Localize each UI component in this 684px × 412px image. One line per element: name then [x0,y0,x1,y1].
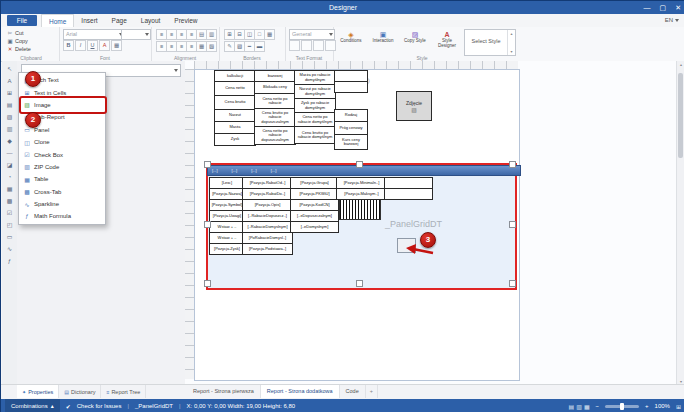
sparkline-icon[interactable]: ∿ [4,244,15,254]
alignment-button-11[interactable]: ▧ [206,41,217,52]
language-label: EN [665,14,673,27]
report-page[interactable] [194,69,520,381]
delete-icon: ✕ [7,46,13,52]
panel-tab-dictionary[interactable]: ▤Dictionary [59,385,101,398]
font-style-button-2[interactable]: U [87,40,98,51]
panel-icon[interactable]: ▭ [4,232,15,242]
delete-button[interactable]: ✕Delete [7,45,31,53]
scrollbar-thumb[interactable] [678,73,683,158]
scroll-up-icon[interactable]: ▴ [677,62,684,67]
text-icon[interactable]: A [4,76,15,86]
menu-item-cross-tab[interactable]: ▩Cross-Tab [19,186,105,198]
menu-item-math-formula[interactable]: ƒMath Formula [19,210,105,222]
format-button-0[interactable] [289,40,300,51]
conditions-button[interactable]: ◈Conditions [336,29,366,56]
copy-style-button[interactable]: ▨Copy Style [400,29,430,56]
selected-component-name: _PanelGridDT [135,403,173,409]
font-style-button-3[interactable]: A [99,40,110,51]
gallery-scroll-arrows[interactable]: ▴▾ [507,30,515,55]
gauge-icon[interactable]: ◔ [4,172,15,182]
label: Interaction [372,39,393,44]
zoom-out-button[interactable]: − [596,403,600,409]
add-page-tab[interactable]: + [366,385,378,398]
menu-item-check-box[interactable]: ☑Check Box [19,148,105,160]
label: Report Tree [111,389,140,395]
borders-group: ⊞⊟◫□▦✎▨━▬ Borders [219,27,286,61]
alignment-group: ≡≡≡≡▤▥≡≡≡≡▦▧ Alignment [151,27,220,61]
maximize-icon[interactable]: ▢ [660,4,667,12]
font-family-value: Arial [66,31,77,37]
font-style-button-1[interactable]: I [75,40,86,51]
scroll-up-icon[interactable]: ▴ [510,31,512,36]
cut-label: Cut [15,30,24,36]
ribbon-tabs: HomeInsertPageLayoutPreview [41,14,204,27]
format-button-1[interactable] [301,40,312,51]
minimize-icon[interactable]: — [644,4,651,11]
properties-icon: ✦ [22,389,26,395]
report-tab[interactable]: Report - Strona dodatkowa [261,385,340,398]
barcode-icon[interactable]: ▥ [4,124,15,134]
sub-report-icon[interactable]: ◰ [4,220,15,230]
ribbon-tab-row: File HomeInsertPageLayoutPreview EN [1,14,684,28]
font-size-combo[interactable] [121,29,151,40]
tab-layout[interactable]: Layout [134,14,168,27]
line-icon[interactable]: — [4,148,15,158]
select-style-gallery[interactable]: Select Style▴▾ [464,29,516,56]
border-button-8[interactable]: ▬ [254,41,265,52]
font-family-combo[interactable]: Arial [63,29,125,40]
cross-tab-icon[interactable]: ▩ [4,196,15,206]
language-selector[interactable]: EN [665,14,679,27]
panel-tab-properties[interactable]: ✦Properties [17,385,59,398]
table-icon[interactable]: ▦ [4,184,15,194]
report-tab[interactable]: Report - Strona pierwsza [187,385,261,398]
vertical-scrollbar[interactable]: ▴ ▾ [676,61,684,385]
style-group: ◈Conditions▣Interaction▨Copy StyleAStyle… [333,27,511,61]
combinations-button[interactable]: Combinations ▴ [5,399,60,412]
style-designer-button[interactable]: AStyle Designer [432,29,462,56]
rich-text-icon[interactable]: ▤ [4,100,15,110]
font-style-button-4[interactable]: ▦ [111,40,122,51]
text-in-cells-icon[interactable]: ⊞ [4,88,15,98]
panel-tab-report-tree[interactable]: ≡Report Tree [101,385,146,398]
shape-icon[interactable]: ◆ [4,136,15,146]
cross-tab-icon: ▩ [23,188,31,195]
pointer-icon[interactable]: ↖ [4,64,15,74]
scissors-icon: ✂ [7,30,13,36]
zoom-slider[interactable] [605,405,639,408]
check-box-icon[interactable]: ☑ [4,208,15,218]
file-tab[interactable]: File [7,15,37,26]
tab-page[interactable]: Page [105,14,134,27]
menu-item-label: Clone [34,139,50,145]
menu-item-zip-code[interactable]: ▥ZIP Code [19,161,105,173]
menu-item-clone[interactable]: ◫Clone [19,136,105,148]
image-icon[interactable]: ▨ [4,112,15,122]
view-mode-icon-1[interactable]: ▥ [576,403,582,410]
math-formula-icon[interactable]: ƒ [4,256,15,266]
zoom-in-button[interactable]: + [645,403,649,409]
close-icon[interactable]: ✕ [675,4,681,12]
view-mode-icon-2[interactable]: ▦ [584,403,590,410]
alignment-button-5[interactable]: ▥ [206,29,217,40]
scroll-down-icon[interactable]: ▾ [510,49,512,54]
chart-icon[interactable]: ◪ [4,160,15,170]
view-mode-icon-0[interactable]: ▤ [569,403,575,410]
interaction-button[interactable]: ▣Interaction [368,29,398,56]
format-button-2[interactable] [313,40,324,51]
zoom-slider-knob[interactable] [620,403,624,410]
tab-insert[interactable]: Insert [74,14,104,27]
page-grid-icon[interactable]: ⊞ [676,403,681,410]
window-title: Designer [1,1,684,14]
tab-preview[interactable]: Preview [167,14,204,27]
border-button-4[interactable]: ▦ [264,29,275,40]
separator: | [127,403,129,409]
menu-item-sparkline[interactable]: ∿Sparkline [19,198,105,210]
menu-item-label: ZIP Code [34,164,59,170]
font-style-button-0[interactable]: B [63,40,74,51]
copy-icon: ▣ [7,38,13,44]
copy-button[interactable]: ▣Copy [7,37,31,45]
check-for-issues-button[interactable]: Check for Issues [77,403,122,409]
report-tab[interactable]: Code [340,385,366,398]
number-format-combo[interactable]: General [289,29,335,40]
cut-button[interactable]: ✂Cut [7,29,31,37]
menu-item-table[interactable]: ▦Table [19,173,105,185]
